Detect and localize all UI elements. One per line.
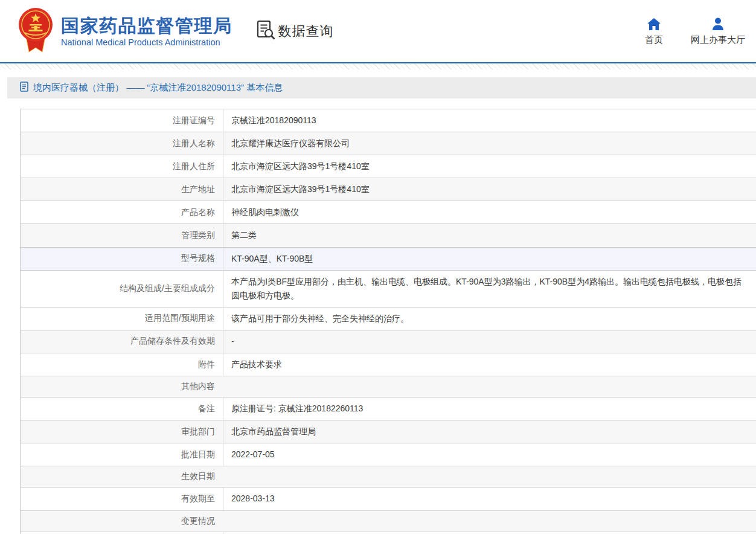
table-row: 生产地址北京市海淀区远大路39号1号楼410室 <box>21 178 756 201</box>
info-table: 注册证编号京械注准20182090113注册人名称北京耀洋康达医疗仪器有限公司注… <box>20 109 756 534</box>
page-title: 境内医疗器械（注册） —— “京械注准20182090113” 基本信息 <box>33 82 283 94</box>
row-value: 产品技术要求 <box>223 353 756 376</box>
data-query-label: 数据查询 <box>278 22 334 40</box>
row-value: 北京耀洋康达医疗仪器有限公司 <box>223 132 756 155</box>
row-value: 神经肌肉电刺激仪 <box>223 201 756 224</box>
page-title-bar: 境内医疗器械（注册） —— “京械注准20182090113” 基本信息 <box>7 77 756 98</box>
brand-text: 国家药品监督管理局 National Medical Products Admi… <box>61 16 232 47</box>
table-row: 注详情 <box>21 532 756 534</box>
home-icon <box>647 17 661 30</box>
row-value: 2028-03-13 <box>223 487 756 510</box>
row-label: 产品名称 <box>21 201 223 224</box>
row-label: 管理类别 <box>21 224 223 246</box>
table-row: 变更情况 <box>21 511 756 532</box>
row-value: 第二类 <box>223 224 756 246</box>
row-value-text: 北京市药品监督管理局 <box>231 425 316 439</box>
row-value-text: 该产品可用于部分失神经、完全失神经的治疗。 <box>231 312 409 326</box>
row-value-text: 2028-03-13 <box>231 492 275 506</box>
row-label: 结构及组成/主要组成成分 <box>21 271 223 307</box>
row-label-text: 管理类别 <box>181 230 215 241</box>
row-value-text: 2022-07-05 <box>231 448 275 462</box>
row-label: 审批部门 <box>21 420 223 443</box>
row-value <box>223 511 756 532</box>
row-label-text: 注册人名称 <box>173 138 215 149</box>
row-value: 北京市海淀区远大路39号1号楼410室 <box>223 178 756 201</box>
header-hatch-band <box>0 63 756 69</box>
row-label-text: 注册人住所 <box>173 161 215 172</box>
row-label: 型号规格 <box>21 248 223 270</box>
row-label: 批准日期 <box>21 443 223 466</box>
table-row: 其他内容 <box>21 376 756 397</box>
org-name-en: National Medical Products Administration <box>61 37 232 47</box>
table-row: 适用范围/预期用途该产品可用于部分失神经、完全失神经的治疗。 <box>21 307 756 330</box>
row-value: KT-90A型、KT-90B型 <box>223 248 756 270</box>
row-label-text: 型号规格 <box>181 253 215 264</box>
row-value-text: 本产品为Ⅰ类BF型应用部分，由主机、输出电缆、电极组成。KT-90A型为3路输出… <box>231 275 748 303</box>
table-row: 型号规格KT-90A型、KT-90B型 <box>21 248 756 271</box>
row-label: 注 <box>21 532 223 534</box>
row-value: - <box>223 330 756 353</box>
row-value: 北京市海淀区远大路39号1号楼410室 <box>223 155 756 178</box>
row-label-text: 有效期至 <box>181 494 215 504</box>
row-value: 原注册证号: 京械注准20182260113 <box>223 397 756 420</box>
data-query-section[interactable]: 数据查询 <box>257 20 334 42</box>
row-label-text: 审批部门 <box>181 426 215 437</box>
table-row: 注册证编号京械注准20182090113 <box>21 109 756 132</box>
table-row: 注册人住所北京市海淀区远大路39号1号楼410室 <box>21 155 756 178</box>
row-label-text: 其他内容 <box>181 381 215 392</box>
row-value: 详情 <box>223 532 756 534</box>
row-value-text: 京械注准20182090113 <box>231 114 316 127</box>
row-label: 注册人名称 <box>21 132 223 155</box>
row-label: 有效期至 <box>21 487 223 510</box>
table-row: 注册人名称北京耀洋康达医疗仪器有限公司 <box>21 132 756 155</box>
row-value <box>223 466 756 487</box>
table-row: 审批部门北京市药品监督管理局 <box>21 420 756 443</box>
row-label-text: 变更情况 <box>181 516 215 527</box>
row-value: 该产品可用于部分失神经、完全失神经的治疗。 <box>223 307 756 330</box>
user-icon <box>711 17 725 30</box>
row-value: 2022-07-05 <box>223 443 756 466</box>
row-label-text: 产品名称 <box>181 207 215 218</box>
row-value-text: 北京市海淀区远大路39号1号楼410室 <box>231 182 370 196</box>
row-label: 注册证编号 <box>21 109 223 132</box>
org-name-cn: 国家药品监督管理局 <box>61 16 232 36</box>
row-value-text: 北京市海淀区远大路39号1号楼410室 <box>231 159 370 173</box>
document-icon <box>20 82 28 94</box>
table-row: 备注原注册证号: 京械注准20182260113 <box>21 397 756 420</box>
row-value-text: 第二类 <box>231 228 257 242</box>
row-label: 注册人住所 <box>21 155 223 178</box>
row-value-text: 神经肌肉电刺激仪 <box>231 205 299 219</box>
row-label-text: 生效日期 <box>181 471 215 482</box>
table-row: 管理类别第二类 <box>21 224 756 247</box>
row-label: 变更情况 <box>21 511 223 532</box>
row-label-text: 结构及组成/主要组成成分 <box>120 283 215 294</box>
row-value: 北京市药品监督管理局 <box>223 420 756 443</box>
row-value-text: - <box>231 335 234 349</box>
nav-service-hall[interactable]: 网上办事大厅 <box>691 17 745 46</box>
row-label-text: 注册证编号 <box>173 115 215 126</box>
table-row: 结构及组成/主要组成成分本产品为Ⅰ类BF型应用部分，由主机、输出电缆、电极组成。… <box>21 271 756 307</box>
row-label-text: 备注 <box>198 404 215 414</box>
nav-home[interactable]: 首页 <box>645 17 663 46</box>
table-row: 产品储存条件及有效期- <box>21 330 756 353</box>
table-row: 批准日期2022-07-05 <box>21 443 756 466</box>
table-row: 产品名称神经肌肉电刺激仪 <box>21 201 756 224</box>
row-label-text: 适用范围/预期用途 <box>145 313 215 324</box>
row-value: 本产品为Ⅰ类BF型应用部分，由主机、输出电缆、电极组成。KT-90A型为3路输出… <box>223 271 756 307</box>
row-value-text: KT-90A型、KT-90B型 <box>231 252 313 266</box>
nav-home-label: 首页 <box>645 34 663 46</box>
row-value <box>223 376 756 397</box>
row-value-text: 原注册证号: 京械注准20182260113 <box>231 402 363 416</box>
row-value: 京械注准20182090113 <box>223 109 756 132</box>
site-header: 国家药品监督管理局 National Medical Products Admi… <box>0 0 756 62</box>
row-label-text: 产品储存条件及有效期 <box>130 336 215 347</box>
row-label: 附件 <box>21 353 223 376</box>
site-logo[interactable]: 国家药品监督管理局 National Medical Products Admi… <box>18 6 232 57</box>
row-label: 生效日期 <box>21 466 223 487</box>
row-label: 适用范围/预期用途 <box>21 307 223 330</box>
header-nav: 首页 网上办事大厅 <box>645 17 745 46</box>
row-label: 其他内容 <box>21 376 223 397</box>
document-search-icon <box>257 20 275 42</box>
national-emblem-icon <box>18 6 53 57</box>
row-label-text: 附件 <box>198 359 215 370</box>
